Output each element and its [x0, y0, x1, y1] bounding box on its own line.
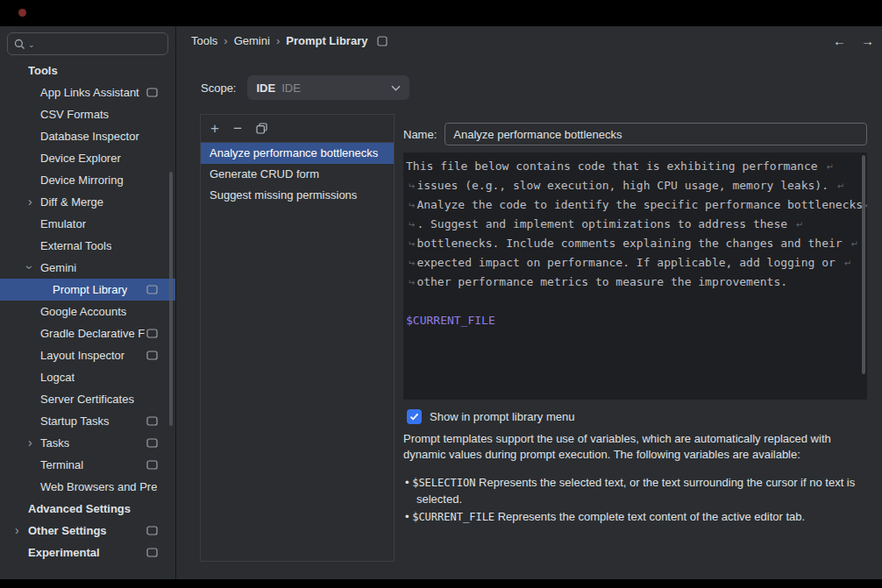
editor-line: $CURRENT_FILE	[406, 314, 862, 333]
sidebar-item-label: Diff & Merge	[40, 195, 103, 209]
name-row: Name:	[403, 123, 867, 145]
remove-prompt-button[interactable]: −	[233, 121, 242, 136]
prompt-list-item[interactable]: Suggest missing permissions	[201, 185, 394, 206]
sidebar-item-gradle-declarative-f[interactable]: Gradle Declarative F	[0, 322, 175, 344]
sidebar-item-label: Server Certificates	[40, 393, 134, 406]
sidebar-item-terminal[interactable]: Terminal	[0, 454, 175, 476]
breadcrumb-icon[interactable]	[377, 36, 388, 46]
sidebar-item-label: Startup Tasks	[40, 414, 110, 428]
forward-button[interactable]: →	[861, 33, 874, 48]
sidebar-item-google-accounts[interactable]: Google Accounts	[0, 301, 175, 322]
sidebar-item-device-explorer[interactable]: Device Explorer	[0, 147, 175, 169]
sidebar-item-csv-formats[interactable]: CSV Formats	[0, 103, 175, 125]
editor-line: ↵expected impact on performance. If appl…	[406, 256, 862, 275]
sidebar-item-label: External Tools	[40, 239, 111, 252]
chevron-right-icon[interactable]: ›	[28, 195, 32, 208]
soft-wrap-icon: ↵	[408, 220, 415, 230]
sidebar-item-emulator[interactable]: Emulator	[0, 213, 175, 235]
editor-line: ↵other performance metrics to measure th…	[406, 275, 862, 294]
search-history-chevron-icon[interactable]: ⌄	[28, 40, 35, 49]
soft-wrap-icon: ↵	[408, 181, 415, 191]
sidebar-item-web-browsers-and-pre[interactable]: Web Browsers and Pre	[0, 476, 175, 498]
soft-wrap-icon: ↵	[826, 162, 833, 172]
bullet: •	[405, 510, 412, 523]
variable-description: Represents the selected text, or the tex…	[416, 476, 855, 506]
chevron-down-icon[interactable]: ›	[24, 266, 36, 270]
soft-wrap-icon: ↵	[844, 259, 851, 268]
scope-label: Scope:	[201, 81, 236, 95]
settings-tree: ToolsApp Links AssistantCSV FormatsDatab…	[0, 60, 175, 563]
chevron-right-icon[interactable]: ›	[28, 436, 32, 449]
prompt-list: Analyze performance bottlenecksGenerate …	[201, 143, 394, 206]
ide-scope-icon	[146, 460, 158, 470]
variable-description: Represents the complete text content of …	[494, 510, 805, 523]
sidebar-item-tools[interactable]: Tools	[0, 60, 175, 81]
prompt-list-panel: + − Analyze performance bottlenecksGener…	[200, 114, 395, 562]
sidebar-item-external-tools[interactable]: External Tools	[0, 235, 175, 257]
scope-select[interactable]: IDE IDE	[247, 75, 409, 100]
ide-scope-icon	[146, 285, 158, 294]
sidebar-item-advanced-settings[interactable]: Advanced Settings	[0, 498, 175, 520]
sidebar-item-startup-tasks[interactable]: Startup Tasks	[0, 410, 175, 432]
breadcrumb-item[interactable]: Tools	[191, 34, 217, 47]
ide-scope-icon	[146, 88, 158, 97]
scope-value: IDE	[256, 81, 275, 95]
back-button[interactable]: ←	[833, 33, 846, 48]
sidebar-item-logcat[interactable]: Logcat	[0, 366, 175, 388]
prompt-list-item[interactable]: Generate CRUD form	[201, 164, 394, 185]
editor-scrollbar[interactable]	[862, 155, 865, 374]
variables-list: • $SELECTION Represents the selected tex…	[405, 475, 868, 528]
ide-scope-icon	[146, 526, 158, 535]
sidebar-item-device-mirroring[interactable]: Device Mirroring	[0, 169, 175, 191]
copy-prompt-button[interactable]	[256, 123, 267, 134]
breadcrumb-separator: ›	[224, 34, 227, 47]
add-prompt-button[interactable]: +	[210, 121, 219, 136]
show-in-menu-checkbox[interactable]	[407, 409, 422, 424]
prompt-list-toolbar: + −	[201, 115, 394, 143]
sidebar-item-label: Tools	[28, 64, 58, 77]
soft-wrap-icon: ↵	[850, 239, 857, 249]
soft-wrap-icon: ↵	[837, 181, 844, 191]
sidebar-item-server-certificates[interactable]: Server Certificates	[0, 388, 175, 410]
sidebar-item-gemini[interactable]: ›Gemini	[0, 257, 175, 279]
ide-scope-icon	[146, 438, 158, 448]
search-box[interactable]: ⌄	[7, 32, 168, 55]
sidebar-item-label: Gradle Declarative F	[40, 327, 145, 340]
sidebar-item-diff-merge[interactable]: ›Diff & Merge	[0, 191, 175, 213]
soft-wrap-icon: ↵	[796, 220, 803, 230]
settings-sidebar: ⌄ ToolsApp Links AssistantCSV FormatsDat…	[0, 26, 176, 579]
settings-content: Tools›Gemini›Prompt Library ← → Scope: I…	[176, 26, 882, 579]
window-close-button[interactable]	[18, 9, 26, 17]
sidebar-item-label: Google Accounts	[40, 305, 126, 318]
sidebar-item-database-inspector[interactable]: Database Inspector	[0, 125, 175, 147]
sidebar-item-label: Database Inspector	[40, 130, 139, 143]
breadcrumb-item[interactable]: Prompt Library	[286, 34, 367, 47]
ide-scope-icon	[146, 329, 158, 338]
breadcrumb-separator: ›	[276, 34, 280, 47]
sidebar-item-label: Logcat	[40, 371, 75, 384]
scope-hint: IDE	[281, 81, 301, 95]
sidebar-item-label: Advanced Settings	[28, 502, 131, 515]
sidebar-item-label: Other Settings	[28, 524, 107, 537]
sidebar-item-other-settings[interactable]: ›Other Settings	[0, 520, 175, 542]
prompt-list-item[interactable]: Analyze performance bottlenecks	[201, 143, 394, 164]
breadcrumb-item[interactable]: Gemini	[234, 34, 270, 47]
sidebar-item-layout-inspector[interactable]: Layout Inspector	[0, 344, 175, 366]
sidebar-item-tasks[interactable]: ›Tasks	[0, 432, 175, 454]
search-input[interactable]	[38, 37, 161, 52]
chevron-right-icon[interactable]: ›	[15, 524, 19, 536]
sidebar-item-app-links-assistant[interactable]: App Links Assistant	[0, 81, 175, 103]
editor-line: ↵Analyze the code to identify the specif…	[406, 198, 862, 217]
show-in-menu-row: Show in prompt library menu	[407, 409, 574, 424]
variable-name: $SELECTION	[412, 477, 475, 489]
name-input[interactable]	[445, 123, 867, 145]
editor-line: ↵issues (e.g., slow execution, high CPU …	[406, 179, 862, 198]
sidebar-item-label: Device Mirroring	[40, 174, 124, 187]
sidebar-item-label: App Links Assistant	[40, 86, 139, 99]
ide-scope-icon	[146, 351, 158, 360]
sidebar-item-experimental[interactable]: Experimental	[0, 542, 175, 563]
variable-name: $CURRENT_FILE	[412, 511, 494, 523]
sidebar-scrollbar[interactable]	[169, 172, 173, 426]
sidebar-item-prompt-library[interactable]: Prompt Library	[0, 279, 175, 301]
prompt-text-editor[interactable]: This file below contains code that is ex…	[403, 152, 867, 400]
